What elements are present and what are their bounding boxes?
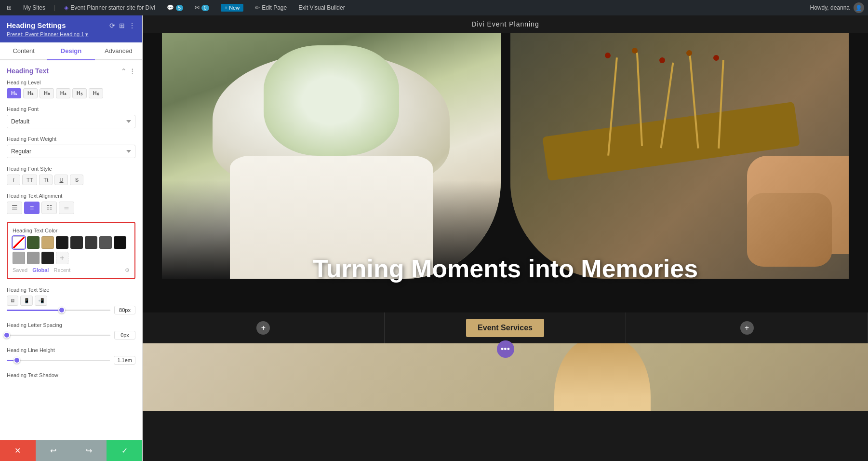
align-justify-button[interactable]: ≣ (59, 202, 74, 214)
panel-preset[interactable]: Preset: Event Planner Heading 1 ▾ (7, 31, 135, 38)
heading-font-select[interactable]: Default (7, 115, 135, 128)
tab-advanced[interactable]: Advanced (95, 42, 142, 60)
letter-spacing-value[interactable]: 0px (114, 331, 135, 339)
new-item[interactable]: + New (218, 0, 247, 15)
exit-builder-item[interactable]: Exit Visual Builder (295, 0, 348, 15)
heading-line-height-label: Heading Line Height (7, 347, 135, 353)
panel-reset-icon[interactable]: ⟳ (109, 22, 115, 29)
save-button[interactable]: ✓ (107, 440, 142, 461)
heading-text-size-group: Heading Text Size 🖥 📱 📲 80px (7, 287, 135, 314)
panel-title-row: Heading Settings ⟳ ⊞ ⋮ (7, 21, 135, 29)
color-settings-icon[interactable]: ⚙ (125, 267, 130, 273)
heading-line-height-group: Heading Line Height 1.1em (7, 347, 135, 365)
size-slider-track[interactable] (7, 310, 110, 311)
my-sites-item[interactable]: My Sites (20, 0, 48, 15)
food-art (510, 33, 849, 279)
tab-design[interactable]: Design (47, 42, 94, 60)
food-ball3 (659, 57, 665, 63)
h4-button[interactable]: H₄ (56, 88, 70, 98)
line-height-track[interactable] (7, 360, 110, 361)
color-swatch-black1[interactable] (56, 236, 68, 249)
tablet-icon-btn[interactable]: 📱 (20, 296, 33, 306)
color-swatch-near-black[interactable] (114, 236, 126, 249)
mobile-icon-btn[interactable]: 📲 (35, 296, 47, 306)
heading-level-label: Heading Level (7, 80, 135, 85)
h1-button[interactable]: H₁ (7, 88, 21, 98)
size-slider-value[interactable]: 80px (114, 306, 135, 314)
heading-font-weight-group: Heading Font Weight Regular (7, 136, 135, 158)
undo-button[interactable]: ↩ (36, 440, 71, 461)
color-swatch-gold[interactable] (41, 236, 54, 249)
color-swatch-add[interactable]: + (56, 252, 68, 264)
panel-header-icons: ⟳ ⊞ ⋮ (109, 22, 135, 29)
admin-bar: ⊞ My Sites | ◈ Event Planner starter sit… (0, 0, 868, 15)
font-style-buttons: I TT Tt U S (7, 175, 135, 185)
align-left-button[interactable]: ☰ (7, 202, 22, 214)
h6-button[interactable]: H₆ (89, 88, 103, 98)
collapse-icon[interactable]: ⌃ (121, 68, 126, 75)
align-right-button[interactable]: ☷ (41, 202, 57, 214)
edit-page-item[interactable]: ✏ Edit Page (252, 0, 290, 15)
letter-spacing-track[interactable] (7, 335, 110, 336)
edit-page-label: Edit Page (262, 4, 287, 11)
comments-count: 5 (176, 5, 184, 11)
redo-button[interactable]: ↪ (71, 440, 107, 461)
color-swatch-light-gray1[interactable] (13, 252, 25, 264)
color-swatch-dark-green[interactable] (27, 236, 40, 249)
color-tab-global[interactable]: Global (32, 267, 49, 273)
panel-header: Heading Settings ⟳ ⊞ ⋮ Preset: Event Pla… (0, 15, 142, 42)
chat-count: 0 (201, 5, 209, 11)
color-swatch-light-gray2[interactable] (27, 252, 40, 264)
h2-button[interactable]: H₂ (23, 88, 38, 98)
tt-button[interactable]: TT (22, 175, 37, 185)
panel-grid-icon[interactable]: ⊞ (119, 22, 125, 29)
site-name-item[interactable]: ◈ Event Planner starter site for Divi (61, 0, 158, 15)
tt-mixed-button[interactable]: Tt (39, 175, 53, 185)
color-tab-saved[interactable]: Saved (13, 267, 27, 273)
canvas-content: Turning Moments into Memories + Event Se… (143, 33, 868, 461)
strikethrough-button[interactable]: S (70, 175, 83, 185)
h5-button[interactable]: H₅ (72, 88, 87, 98)
color-tab-recent[interactable]: Recent (53, 267, 70, 273)
size-device-icons: 🖥 📱 📲 (7, 296, 135, 306)
more-options-button[interactable]: ••• (497, 340, 514, 358)
heading-text-alignment-label: Heading Text Alignment (7, 193, 135, 199)
panel-footer: ✕ ↩ ↪ ✓ (0, 440, 142, 461)
italic-button[interactable]: I (7, 175, 20, 185)
canvas-area: Divi Event Planning (143, 15, 868, 461)
hero-section: Turning Moments into Memories (143, 33, 868, 312)
site-title: Divi Event Planning (471, 20, 539, 28)
color-swatch-dark-gray2[interactable] (99, 236, 112, 249)
desktop-icon-btn[interactable]: 🖥 (7, 296, 18, 306)
chat-item[interactable]: ✉ 0 (192, 0, 212, 15)
hero-image-right (510, 33, 849, 279)
heading-font-weight-select[interactable]: Regular (7, 145, 135, 158)
more-options-icon: ••• (501, 344, 510, 354)
add-right-button[interactable]: + (740, 321, 754, 335)
cancel-button[interactable]: ✕ (0, 440, 36, 461)
align-center-button[interactable]: ≡ (24, 202, 40, 214)
size-slider-thumb[interactable] (58, 307, 65, 313)
wp-logo-item[interactable]: ⊞ (4, 0, 14, 15)
underline-button[interactable]: U (54, 175, 68, 185)
panel-tabs: Content Design Advanced (0, 42, 142, 60)
comments-item[interactable]: 💬 5 (164, 0, 187, 15)
color-swatch-very-dark[interactable] (41, 252, 54, 264)
color-swatch-black2[interactable] (70, 236, 83, 249)
color-swatch-dark-gray1[interactable] (85, 236, 97, 249)
hero-heading: Turning Moments into Memories (143, 255, 868, 284)
letter-spacing-thumb[interactable] (3, 332, 10, 339)
line-height-value[interactable]: 1.1em (114, 356, 135, 365)
alignment-buttons: ☰ ≡ ☷ ≣ (7, 202, 135, 214)
line-height-thumb[interactable] (13, 357, 20, 364)
tab-content[interactable]: Content (0, 42, 47, 60)
heading-font-weight-label: Heading Font Weight (7, 136, 135, 142)
event-services-button[interactable]: Event Services (466, 319, 544, 337)
color-swatch-transparent[interactable] (13, 236, 25, 249)
panel-menu-icon[interactable]: ⋮ (129, 22, 135, 29)
heading-level-group: Heading Level H₁ H₂ H₃ H₄ H₅ H₆ (7, 80, 135, 98)
section-menu-icon[interactable]: ⋮ (129, 68, 135, 75)
add-left-button[interactable]: + (256, 321, 270, 335)
heading-font-style-label: Heading Font Style (7, 166, 135, 172)
h3-button[interactable]: H₃ (40, 88, 54, 98)
